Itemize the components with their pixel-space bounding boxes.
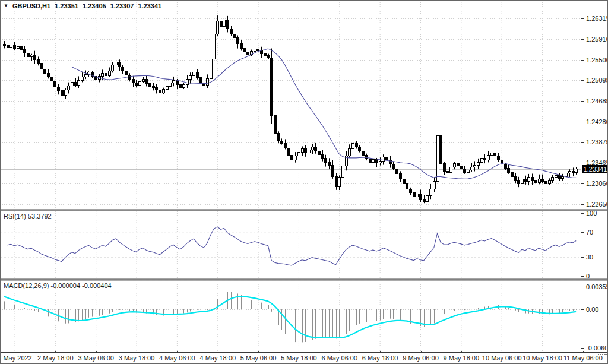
candle-bullish	[454, 164, 456, 167]
candle-bearish	[386, 157, 388, 160]
time-axis-tick	[583, 351, 584, 353]
candle-bearish	[14, 45, 16, 49]
candle-bearish	[176, 81, 179, 85]
time-axis-label: 11 May 06:00	[563, 354, 603, 362]
time-axis-tick	[258, 351, 259, 353]
candle-bullish	[65, 90, 67, 95]
axis-tick	[581, 183, 584, 184]
axis-tick	[581, 60, 584, 61]
main-chart-panel[interactable]	[1, 1, 581, 209]
panel-splitter-main-rsi[interactable]	[1, 209, 608, 211]
candle-bearish	[376, 160, 378, 163]
candle-bearish	[356, 144, 358, 147]
candle-bearish	[159, 90, 162, 93]
symbol-header[interactable]: ▼ GBPUSD,H1 1.23351 1.23405 1.23307 1.23…	[4, 2, 162, 10]
candle-bullish	[183, 84, 185, 87]
candle-bullish	[349, 148, 351, 156]
rsi-panel[interactable]	[1, 211, 581, 278]
time-axis[interactable]: 2 May 20222 May 18:003 May 06:003 May 18…	[1, 353, 608, 364]
candle-bearish	[149, 84, 151, 86]
candle-bearish	[542, 179, 544, 181]
candle-bullish	[302, 149, 304, 152]
candle-bullish	[555, 175, 558, 177]
candle-bullish	[17, 46, 20, 48]
candle-bearish	[315, 147, 317, 151]
candle-bearish	[51, 77, 53, 81]
axis-tick	[581, 39, 584, 40]
candlestick-chart[interactable]	[1, 1, 581, 209]
time-axis-tick	[55, 351, 56, 353]
candle-bullish	[189, 75, 192, 80]
candle-bearish	[420, 194, 422, 200]
macd-axis-label: -0.006061	[586, 344, 608, 352]
candle-bearish	[271, 58, 273, 115]
time-axis-tick	[299, 351, 299, 353]
axis-tick	[581, 80, 584, 81]
candle-bullish	[102, 74, 104, 77]
axis-tick	[581, 257, 584, 258]
macd-panel[interactable]	[1, 281, 581, 352]
symbol-title: GBPUSD,H1	[12, 2, 50, 10]
time-axis-label: 10 May 18:00	[522, 354, 562, 362]
rsi-chart[interactable]	[1, 211, 581, 278]
candle-bearish	[54, 81, 56, 87]
candle-bullish	[382, 157, 385, 162]
macd-chart[interactable]	[1, 281, 581, 352]
candle-bearish	[261, 50, 263, 53]
time-axis-label: 5 May 06:00	[240, 354, 277, 362]
candle-bearish	[156, 88, 158, 90]
candle-bearish	[135, 83, 138, 85]
time-axis-label: 2 May 2022	[0, 354, 32, 362]
candle-bearish	[572, 171, 575, 172]
candle-bullish	[481, 158, 483, 162]
candle-bearish	[105, 74, 107, 75]
axis-tick	[581, 204, 584, 205]
candle-bearish	[403, 179, 406, 184]
candle-bearish	[484, 158, 486, 160]
time-axis-tick	[543, 351, 543, 353]
candle-bullish	[163, 90, 165, 93]
price-axis[interactable]: 1.23341 1.263151.259101.255001.250951.24…	[581, 1, 608, 352]
candle-bullish	[71, 82, 74, 86]
candle-bearish	[291, 156, 293, 160]
candle-bearish	[535, 181, 537, 182]
candle-bearish	[531, 178, 534, 181]
candle-bearish	[359, 147, 361, 151]
candle-bullish	[467, 170, 470, 172]
candle-bearish	[325, 158, 327, 162]
candle-bearish	[125, 71, 128, 75]
candle-bullish	[379, 161, 382, 163]
candle-bearish	[460, 166, 463, 169]
candle-bullish	[433, 182, 436, 189]
candle-bearish	[244, 49, 246, 52]
price-axis-label: 1.22650	[586, 201, 608, 208]
price-axis-label: 1.23060	[586, 180, 608, 187]
candle-bearish	[335, 176, 338, 186]
candle-bearish	[444, 164, 446, 172]
candle-bearish	[494, 153, 496, 156]
candle-bearish	[197, 72, 199, 77]
axis-tick	[581, 287, 584, 287]
candle-bearish	[505, 164, 507, 169]
corner-drag-dots[interactable]	[598, 354, 607, 355]
time-axis-label: 2 May 18:00	[37, 354, 74, 362]
candle-bullish	[173, 81, 175, 83]
rsi-line	[8, 227, 577, 265]
candle-bearish	[230, 29, 233, 34]
macd-indicator-label: MACD(12,26,9) -0.000004 -0.000404	[4, 282, 112, 289]
candle-bearish	[41, 64, 43, 69]
candle-bullish	[491, 153, 493, 156]
symbol-dropdown-icon[interactable]: ▼	[4, 3, 8, 8]
candle-bearish	[413, 192, 416, 197]
candle-bearish	[366, 155, 368, 159]
panel-splitter-rsi-macd[interactable]	[1, 278, 608, 281]
candle-bearish	[281, 141, 283, 143]
candle-bullish	[308, 150, 311, 153]
macd-axis-label: 0.00	[586, 306, 598, 313]
candle-bullish	[430, 189, 432, 195]
candle-bearish	[4, 44, 6, 46]
ohlc-high: 1.23405	[83, 2, 106, 10]
candle-bearish	[268, 56, 270, 58]
candle-bearish	[122, 67, 124, 71]
axis-tick	[581, 163, 584, 163]
